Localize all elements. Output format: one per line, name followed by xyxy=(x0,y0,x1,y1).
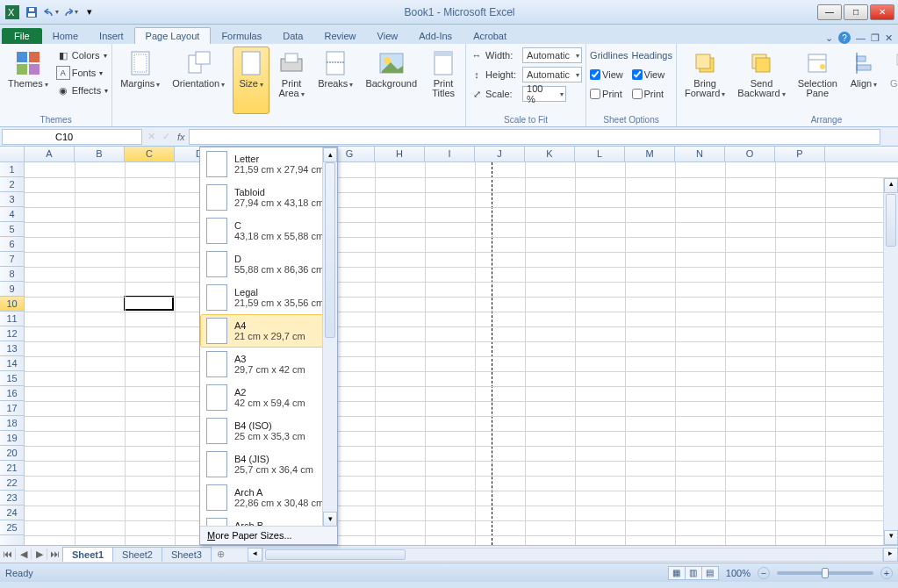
tab-add-ins[interactable]: Add-Ins xyxy=(408,28,463,44)
scale-spinner[interactable]: 100 % xyxy=(522,86,566,102)
cancel-formula-icon[interactable]: ✕ xyxy=(144,131,159,142)
send-backward-button[interactable]: Send Backward xyxy=(733,47,789,114)
background-button[interactable]: Background xyxy=(361,47,421,114)
row-header[interactable]: 17 xyxy=(0,401,24,416)
column-header[interactable]: K xyxy=(525,147,575,161)
sheet-tab-sheet3[interactable]: Sheet3 xyxy=(162,547,212,562)
qat-customize[interactable]: ▾ xyxy=(81,4,98,21)
undo-button[interactable] xyxy=(42,4,60,21)
tab-home[interactable]: Home xyxy=(42,28,89,44)
column-header[interactable]: J xyxy=(475,147,525,161)
enter-formula-icon[interactable]: ✓ xyxy=(159,131,174,142)
size-option-a3[interactable]: A329,7 cm x 42 cm xyxy=(200,348,337,381)
zoom-in-button[interactable]: + xyxy=(880,567,893,579)
tab-page-layout[interactable]: Page Layout xyxy=(134,27,212,44)
tab-acrobat[interactable]: Acrobat xyxy=(463,28,517,44)
select-all-corner[interactable] xyxy=(0,147,25,161)
tab-file[interactable]: File xyxy=(2,28,42,44)
size-option-b4-iso-[interactable]: B4 (ISO)25 cm x 35,3 cm xyxy=(200,414,337,448)
column-header[interactable]: B xyxy=(75,147,125,161)
gridlines-print-checkbox[interactable] xyxy=(590,89,600,99)
row-header[interactable]: 22 xyxy=(0,476,24,491)
redo-button[interactable] xyxy=(61,4,79,21)
tab-insert[interactable]: Insert xyxy=(89,28,134,44)
print-titles-button[interactable]: Print Titles xyxy=(425,47,462,114)
row-header[interactable]: 13 xyxy=(0,341,24,356)
size-option-arch-b[interactable]: Arch B30,48 cm x 45,72 cm xyxy=(200,514,337,526)
zoom-value[interactable]: 100% xyxy=(726,568,751,578)
row-header[interactable]: 25 xyxy=(0,520,24,535)
size-option-a2[interactable]: A242 cm x 59,4 cm xyxy=(200,381,337,414)
size-option-b4-jis-[interactable]: B4 (JIS)25,7 cm x 36,4 cm xyxy=(200,448,337,481)
vertical-scrollbar[interactable]: ▴ ▾ xyxy=(883,178,898,545)
row-header[interactable]: 24 xyxy=(0,506,24,520)
column-header[interactable]: H xyxy=(375,147,425,161)
tab-formulas[interactable]: Formulas xyxy=(211,28,272,44)
group-button[interactable]: Group xyxy=(886,47,898,114)
size-option-legal[interactable]: Legal21,59 cm x 35,56 cm xyxy=(200,281,337,314)
row-header[interactable]: 19 xyxy=(0,431,24,446)
headings-view-checkbox[interactable] xyxy=(632,69,643,80)
row-header[interactable]: 1 xyxy=(0,162,24,177)
row-header[interactable]: 21 xyxy=(0,461,24,476)
row-header[interactable]: 3 xyxy=(0,192,24,207)
doc-minimize-icon[interactable]: — xyxy=(856,32,866,43)
gridlines-view-checkbox[interactable] xyxy=(590,69,600,80)
size-option-tabloid[interactable]: Tabloid27,94 cm x 43,18 cm xyxy=(200,181,337,214)
view-buttons[interactable]: ▦▥▤ xyxy=(669,566,719,580)
new-sheet-button[interactable]: ⊕ xyxy=(212,549,230,560)
row-header[interactable]: 15 xyxy=(0,371,24,386)
effects-button[interactable]: ◉Effects▾ xyxy=(56,82,108,99)
row-header[interactable]: 6 xyxy=(0,237,24,252)
align-button[interactable]: Align xyxy=(845,47,882,114)
cells-area[interactable] xyxy=(25,162,898,545)
page-layout-view-icon[interactable]: ▥ xyxy=(685,566,702,580)
active-cell[interactable] xyxy=(124,296,174,311)
column-header[interactable]: O xyxy=(725,147,775,161)
excel-icon[interactable]: X xyxy=(4,4,21,21)
doc-restore-icon[interactable]: ❐ xyxy=(871,32,880,44)
size-button[interactable]: Size xyxy=(233,47,269,114)
column-header[interactable]: I xyxy=(425,147,475,161)
column-header[interactable]: A xyxy=(25,147,75,161)
zoom-out-button[interactable]: − xyxy=(758,567,770,579)
column-header[interactable]: N xyxy=(675,147,725,161)
formula-input[interactable] xyxy=(189,129,880,145)
headings-print-checkbox[interactable] xyxy=(632,89,643,99)
print-area-button[interactable]: Print Area xyxy=(273,47,310,114)
tab-view[interactable]: View xyxy=(367,28,409,44)
row-header[interactable]: 14 xyxy=(0,356,24,371)
sheet-tab-sheet2[interactable]: Sheet2 xyxy=(112,547,162,562)
maximize-button[interactable]: □ xyxy=(844,4,868,20)
row-header[interactable]: 20 xyxy=(0,446,24,461)
row-header[interactable]: 11 xyxy=(0,312,24,326)
height-combo[interactable]: Automatic xyxy=(522,67,582,82)
fx-icon[interactable]: fx xyxy=(177,132,185,142)
doc-close-icon[interactable]: ✕ xyxy=(885,32,893,44)
row-header[interactable]: 18 xyxy=(0,416,24,431)
row-header[interactable]: 7 xyxy=(0,252,24,267)
help-icon[interactable]: ? xyxy=(838,32,851,44)
column-header[interactable]: P xyxy=(775,147,825,161)
normal-view-icon[interactable]: ▦ xyxy=(668,566,686,580)
size-option-a4[interactable]: A421 cm x 29,7 cm xyxy=(200,314,337,348)
save-icon[interactable] xyxy=(23,4,40,21)
margins-button[interactable]: Margins xyxy=(116,47,164,114)
row-header[interactable]: 16 xyxy=(0,386,24,401)
size-menu-scrollbar[interactable]: ▴ ▾ xyxy=(322,147,337,527)
column-header[interactable]: L xyxy=(575,147,625,161)
name-box[interactable]: C10 xyxy=(2,129,142,145)
size-option-arch-a[interactable]: Arch A22,86 cm x 30,48 cm xyxy=(200,481,337,514)
row-header[interactable]: 12 xyxy=(0,326,24,341)
column-header[interactable]: C xyxy=(125,147,175,161)
fonts-button[interactable]: AFonts▾ xyxy=(56,64,108,82)
themes-button[interactable]: Themes xyxy=(4,47,53,114)
ribbon-minimize-icon[interactable]: ⌄ xyxy=(825,32,833,44)
page-break-view-icon[interactable]: ▤ xyxy=(701,566,719,580)
row-header[interactable]: 5 xyxy=(0,222,24,237)
selection-pane-button[interactable]: Selection Pane xyxy=(794,47,842,114)
tab-review[interactable]: Review xyxy=(313,28,366,44)
row-header[interactable]: 9 xyxy=(0,282,24,297)
column-header[interactable]: M xyxy=(625,147,675,161)
row-header[interactable]: 4 xyxy=(0,207,24,222)
